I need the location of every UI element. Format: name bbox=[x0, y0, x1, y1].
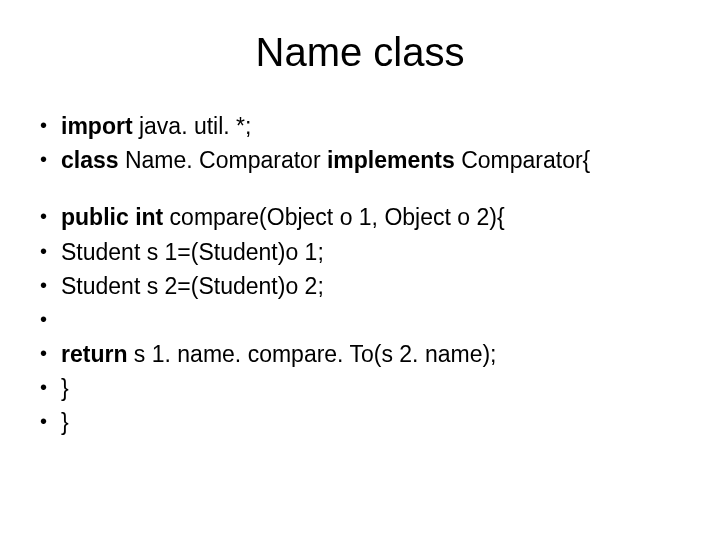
code-text: s 1. name. compare. To(s 2. name); bbox=[127, 341, 496, 367]
bullet-group-2: • public int compare(Object o 1, Object … bbox=[40, 201, 680, 438]
slide-title: Name class bbox=[40, 30, 680, 75]
bullet-line: • } bbox=[40, 406, 680, 438]
code-text: java. util. *; bbox=[133, 113, 252, 139]
bullet-marker: • bbox=[40, 144, 47, 174]
bullet-line-empty: • bbox=[40, 304, 680, 336]
bullet-line: • Student s 2=(Student)o 2; bbox=[40, 270, 680, 302]
bullet-marker: • bbox=[40, 201, 47, 231]
bullet-text: Student s 2=(Student)o 2; bbox=[61, 270, 680, 302]
code-text: Name. Comparator bbox=[119, 147, 327, 173]
bullet-marker: • bbox=[40, 372, 47, 402]
bullet-text: } bbox=[61, 372, 680, 404]
bullet-marker: • bbox=[40, 110, 47, 140]
bullet-marker: • bbox=[40, 270, 47, 300]
bullet-marker: • bbox=[40, 406, 47, 436]
code-text: compare(Object o 1, Object o 2){ bbox=[163, 204, 504, 230]
bullet-group-1: • import java. util. *; • class Name. Co… bbox=[40, 110, 680, 176]
bullet-line: • } bbox=[40, 372, 680, 404]
keyword-class: class bbox=[61, 147, 119, 173]
bullet-line: • public int compare(Object o 1, Object … bbox=[40, 201, 680, 233]
keyword-implements: implements bbox=[327, 147, 455, 173]
bullet-text: public int compare(Object o 1, Object o … bbox=[61, 201, 680, 233]
bullet-line: • import java. util. *; bbox=[40, 110, 680, 142]
bullet-text: Student s 1=(Student)o 1; bbox=[61, 236, 680, 268]
slide-content: • import java. util. *; • class Name. Co… bbox=[40, 110, 680, 439]
bullet-text: import java. util. *; bbox=[61, 110, 680, 142]
keyword-return: return bbox=[61, 341, 127, 367]
bullet-marker: • bbox=[40, 338, 47, 368]
bullet-text: class Name. Comparator implements Compar… bbox=[61, 144, 680, 176]
keyword-import: import bbox=[61, 113, 133, 139]
bullet-line: • return s 1. name. compare. To(s 2. nam… bbox=[40, 338, 680, 370]
bullet-line: • class Name. Comparator implements Comp… bbox=[40, 144, 680, 176]
bullet-text: return s 1. name. compare. To(s 2. name)… bbox=[61, 338, 680, 370]
keyword-public-int: public int bbox=[61, 204, 163, 230]
bullet-marker: • bbox=[40, 304, 47, 334]
code-text: Comparator{ bbox=[455, 147, 591, 173]
bullet-text: } bbox=[61, 406, 680, 438]
bullet-marker: • bbox=[40, 236, 47, 266]
bullet-line: • Student s 1=(Student)o 1; bbox=[40, 236, 680, 268]
